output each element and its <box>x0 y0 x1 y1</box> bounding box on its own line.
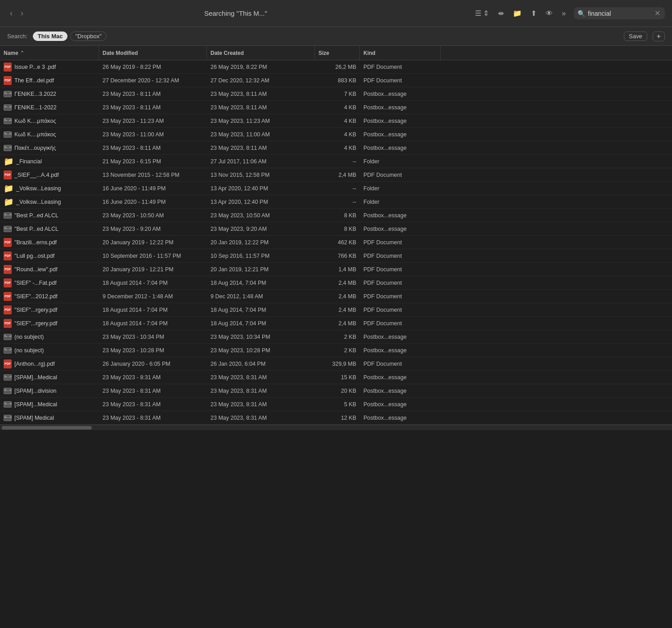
file-row[interactable]: 📁 _Financial 21 May 2023 - 6:15 PM 27 Ju… <box>0 155 672 168</box>
scope-this-mac[interactable]: This Mac <box>33 31 68 41</box>
scroll-track <box>0 425 672 430</box>
toolbar-icons: ☰ ⇕ ⇼ 📁 ⬆ 👁 » <box>472 7 569 19</box>
file-size: 2 KB <box>315 330 360 343</box>
file-row[interactable]: "Best P...ed ALCL 23 May 2023 - 10:50 AM… <box>0 209 672 222</box>
file-row[interactable]: (no subject) 23 May 2023 - 10:28 PM 23 M… <box>0 344 672 357</box>
save-button[interactable]: Save <box>624 31 647 41</box>
file-name: [SPAM]...Medical <box>0 398 99 411</box>
file-size: 2,4 MB <box>315 303 360 316</box>
file-modified: 9 December 2012 - 1:48 AM <box>99 290 207 303</box>
scope-dropbox[interactable]: "Dropbox" <box>70 31 106 41</box>
file-kind: PDF Document <box>360 276 441 289</box>
more-button[interactable]: » <box>559 8 569 19</box>
file-row[interactable]: PDF _SIEF__...A.4.pdf 13 November 2015 -… <box>0 168 672 182</box>
file-size: 2,4 MB <box>315 317 360 330</box>
file-row[interactable]: (no subject) 23 May 2023 - 10:34 PM 23 M… <box>0 330 672 344</box>
search-scope: This Mac "Dropbox" <box>33 31 107 41</box>
add-button[interactable]: + <box>653 31 665 41</box>
list-view-button[interactable]: ☰ ⇕ <box>472 7 492 19</box>
file-row[interactable]: Πακέτ...ουργικής 23 May 2023 - 8:11 AM 2… <box>0 141 672 155</box>
file-size: 2 KB <box>315 344 360 357</box>
file-kind: PDF Document <box>360 317 441 330</box>
file-row[interactable]: ΓΕΝΙΚΕ...1-2022 23 May 2023 - 8:11 AM 23… <box>0 101 672 114</box>
folder-icon: 📁 <box>4 157 13 166</box>
file-modified: 23 May 2023 - 10:34 PM <box>99 330 207 343</box>
file-row[interactable]: PDF "SIEF"...rgery.pdf 18 August 2014 - … <box>0 317 672 330</box>
file-name-text: _Volksw...Leasing <box>16 199 61 205</box>
file-row[interactable]: PDF "Lull pg...ost.pdf 10 September 2016… <box>0 249 672 263</box>
col-header-name[interactable]: Name ⌃ <box>0 46 99 60</box>
email-icon <box>4 334 12 340</box>
sort-arrow-name: ⌃ <box>20 50 24 55</box>
file-created: 20 Jan 2019, 12:21 PM <box>207 263 315 276</box>
col-header-created[interactable]: Date Created <box>207 46 315 60</box>
file-row[interactable]: "Best P...ed ALCL 23 May 2023 - 9:20 AM … <box>0 222 672 236</box>
col-header-modified[interactable]: Date Modified <box>99 46 207 60</box>
file-row[interactable]: PDF "Brazili...erns.pdf 20 January 2019 … <box>0 236 672 249</box>
pdf-icon: PDF <box>4 238 12 247</box>
file-row[interactable]: PDF [Anthon...rg).pdf 26 January 2020 - … <box>0 357 672 371</box>
col-header-size[interactable]: Size <box>315 46 360 60</box>
file-created: 27 Jul 2017, 11:06 AM <box>207 155 315 168</box>
file-kind: Postbox...essage <box>360 87 441 100</box>
preview-button[interactable]: 👁 <box>543 8 556 19</box>
file-modified: 23 May 2023 - 10:28 PM <box>99 344 207 357</box>
file-row[interactable]: PDF "Round...iew".pdf 20 January 2019 - … <box>0 263 672 276</box>
file-row[interactable]: [SPAM]...division 23 May 2023 - 8:31 AM … <box>0 384 672 398</box>
file-row[interactable]: PDF "SIEF" -...Fat.pdf 18 August 2014 - … <box>0 276 672 290</box>
search-bar: Search: This Mac "Dropbox" Save + <box>0 27 672 46</box>
file-row[interactable]: [SPAM]...Medical 23 May 2023 - 8:31 AM 2… <box>0 398 672 411</box>
file-row[interactable]: ΓΕΝΙΚΕ...3.2022 23 May 2023 - 8:11 AM 23… <box>0 87 672 101</box>
file-modified: 23 May 2023 - 10:50 AM <box>99 209 207 222</box>
file-created: 18 Aug 2014, 7:04 PM <box>207 276 315 289</box>
file-name: ΓΕΝΙΚΕ...1-2022 <box>0 101 99 114</box>
file-name: PDF "SIEF"...rgery.pdf <box>0 317 99 330</box>
file-row[interactable]: [SPAM] Medical 23 May 2023 - 8:31 AM 23 … <box>0 411 672 425</box>
file-name: ΓΕΝΙΚΕ...3.2022 <box>0 87 99 100</box>
file-name: "Best P...ed ALCL <box>0 209 99 222</box>
file-name-text: "Round...iew".pdf <box>14 266 58 273</box>
file-row[interactable]: PDF Issue P...e 3 .pdf 26 May 2019 - 8:2… <box>0 60 672 74</box>
new-folder-button[interactable]: 📁 <box>510 7 524 19</box>
file-name-text: [Anthon...rg).pdf <box>14 361 55 367</box>
file-kind: PDF Document <box>360 168 441 181</box>
file-created: 23 May 2023, 11:23 AM <box>207 114 315 127</box>
email-icon <box>4 347 12 354</box>
pdf-icon: PDF <box>4 305 12 314</box>
file-modified: 23 May 2023 - 8:11 AM <box>99 87 207 100</box>
file-row[interactable]: Κωδ Κ....μπάκος 23 May 2023 - 11:23 AM 2… <box>0 114 672 128</box>
file-kind: PDF Document <box>360 290 441 303</box>
file-row[interactable]: PDF "SIEF"...2012.pdf 9 December 2012 - … <box>0 290 672 303</box>
file-kind: Postbox...essage <box>360 344 441 357</box>
search-clear-button[interactable]: ✕ <box>654 9 661 18</box>
file-name-text: "SIEF"...rgery.pdf <box>14 320 57 327</box>
file-created: 23 May 2023, 8:31 AM <box>207 411 315 424</box>
file-modified: 23 May 2023 - 8:31 AM <box>99 411 207 424</box>
file-row[interactable]: Κωδ Κ....μπάκος 23 May 2023 - 11:00 AM 2… <box>0 128 672 141</box>
file-size: 883 KB <box>315 74 360 87</box>
file-row[interactable]: 📁 _Volksw...Leasing 16 June 2020 - 11:49… <box>0 182 672 195</box>
file-name: PDF "SIEF"...2012.pdf <box>0 290 99 303</box>
file-name: [SPAM]...division <box>0 384 99 397</box>
file-row[interactable]: PDF "SIEF"...rgery.pdf 18 August 2014 - … <box>0 303 672 317</box>
file-modified: 23 May 2023 - 9:20 AM <box>99 222 207 235</box>
file-modified: 10 September 2016 - 11:57 PM <box>99 249 207 262</box>
file-size: 2,4 MB <box>315 290 360 303</box>
share-button[interactable]: ⬆ <box>528 7 539 19</box>
file-name-text: "Lull pg...ost.pdf <box>14 253 54 259</box>
file-name-text: The Eff...del.pdf <box>14 77 54 84</box>
search-input[interactable] <box>588 10 651 17</box>
scroll-thumb[interactable] <box>2 426 92 430</box>
file-size: 12 KB <box>315 411 360 424</box>
file-kind: PDF Document <box>360 60 441 73</box>
file-name: PDF "SIEF"...rgery.pdf <box>0 303 99 316</box>
file-modified: 13 November 2015 - 12:58 PM <box>99 168 207 181</box>
file-name-text: ΓΕΝΙΚΕ...1-2022 <box>14 104 57 111</box>
file-row[interactable]: PDF The Eff...del.pdf 27 December 2020 -… <box>0 74 672 87</box>
file-kind: Folder <box>360 182 441 195</box>
file-name: PDF _SIEF__...A.4.pdf <box>0 168 99 181</box>
col-header-kind[interactable]: Kind <box>360 46 441 60</box>
file-row[interactable]: 📁 _Volksw...Leasing 16 June 2020 - 11:49… <box>0 195 672 209</box>
grid-view-button[interactable]: ⇼ <box>495 7 506 19</box>
file-row[interactable]: [SPAM]...Medical 23 May 2023 - 8:31 AM 2… <box>0 371 672 384</box>
